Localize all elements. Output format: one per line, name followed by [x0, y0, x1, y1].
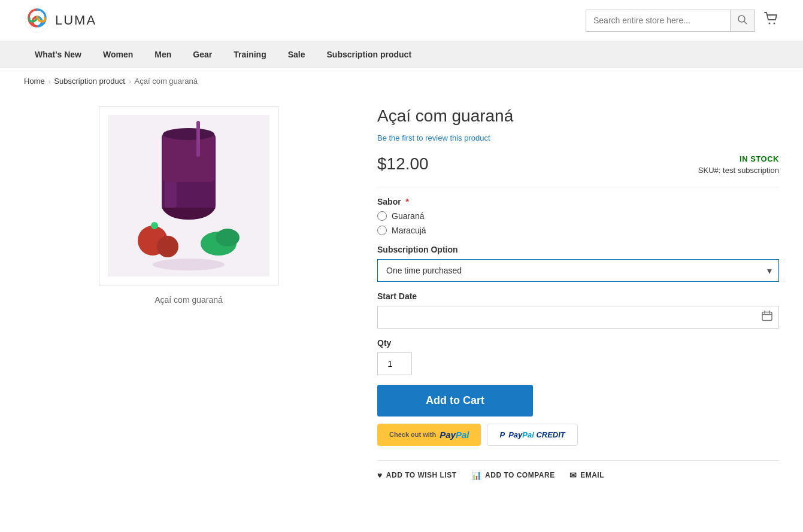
- svg-line-2: [744, 21, 747, 24]
- product-image-section: Açaí com guaraná: [24, 106, 353, 480]
- svg-point-12: [151, 222, 158, 229]
- breadcrumb-category[interactable]: Subscription product: [54, 77, 125, 86]
- breadcrumb-sep-2: ›: [129, 78, 131, 85]
- svg-point-3: [769, 23, 771, 25]
- nav-item-subscription[interactable]: Subscription product: [316, 41, 423, 68]
- sku-label: SKU#:: [698, 166, 721, 175]
- sku-value: test subscription: [723, 166, 779, 175]
- main-nav: What's New Women Men Gear Training Sale …: [0, 41, 803, 68]
- paypal-credit-pp-icon: P: [499, 430, 505, 439]
- product-image: [108, 115, 269, 276]
- email-label: EMAIL: [580, 471, 604, 479]
- paypal-credit-logo: PayPal CREDIT: [508, 430, 565, 439]
- nav-item-training[interactable]: Training: [223, 41, 277, 68]
- sabor-option-maracuja[interactable]: Maracujá: [377, 226, 779, 235]
- stock-status: IN STOCK: [698, 154, 779, 163]
- stock-info: IN STOCK SKU#: test subscription: [698, 154, 779, 175]
- compare-icon: 📊: [471, 470, 482, 480]
- svg-rect-17: [762, 312, 772, 320]
- svg-point-13: [157, 236, 178, 257]
- price-divider: [377, 187, 779, 187]
- svg-point-9: [163, 128, 214, 140]
- svg-point-15: [216, 229, 240, 247]
- subscription-label: Subscription Option: [377, 245, 779, 254]
- paypal-logo: PayPal: [440, 430, 469, 440]
- sabor-label: Sabor *: [377, 197, 779, 206]
- price-row: $12.00 IN STOCK SKU#: test subscription: [377, 154, 779, 175]
- sabor-label-text: Sabor: [377, 197, 401, 206]
- product-info: Açaí com guaraná Be the first to review …: [377, 106, 779, 480]
- search-bar: [586, 10, 755, 32]
- nav-item-women[interactable]: Women: [92, 41, 144, 68]
- qty-label: Qty: [377, 338, 779, 348]
- search-button[interactable]: [730, 10, 754, 31]
- nav-item-sale[interactable]: Sale: [277, 41, 316, 68]
- payment-buttons: Check out with PayPal P PayPal CREDIT: [377, 424, 779, 446]
- svg-rect-8: [163, 134, 214, 182]
- breadcrumb: Home › Subscription product › Açaí com g…: [0, 68, 803, 94]
- nav-item-whats-new[interactable]: What's New: [24, 41, 92, 68]
- logo-text: LUMA: [55, 13, 96, 28]
- start-date-label: Start Date: [377, 291, 779, 301]
- product-page: Açaí com guaraná Açaí com guaraná Be the…: [0, 94, 803, 504]
- product-image-wrapper: [99, 106, 278, 285]
- paypal-checkout-button[interactable]: Check out with PayPal: [377, 424, 481, 446]
- paypal-credit-button[interactable]: P PayPal CREDIT: [487, 424, 577, 446]
- product-caption: Açaí com guaraná: [24, 295, 353, 305]
- breadcrumb-sep-1: ›: [49, 78, 51, 85]
- wish-list-label: ADD TO WISH LIST: [386, 471, 457, 479]
- email-icon: ✉: [569, 470, 577, 480]
- sku-info: SKU#: test subscription: [698, 166, 779, 175]
- email-link[interactable]: ✉ EMAIL: [569, 470, 604, 480]
- add-to-compare-link[interactable]: 📊 ADD TO COMPARE: [471, 470, 555, 480]
- calendar-svg-icon: [761, 309, 773, 321]
- start-date-input[interactable]: [377, 306, 779, 329]
- product-title: Açaí com guaraná: [377, 106, 779, 126]
- qty-wrapper: [377, 352, 779, 375]
- sabor-radio-group: Guaraná Maracujá: [377, 211, 779, 235]
- subscription-select[interactable]: One time purchased Weekly Monthly: [377, 259, 779, 282]
- header: LUMA: [0, 0, 803, 41]
- calendar-icon[interactable]: [761, 309, 773, 324]
- checkout-with-text: Check out with: [389, 431, 436, 438]
- search-input[interactable]: [586, 11, 730, 30]
- subscription-field-group: Subscription Option One time purchased W…: [377, 245, 779, 282]
- header-right: [586, 10, 779, 32]
- compare-label: ADD TO COMPARE: [485, 471, 555, 479]
- review-link[interactable]: Be the first to review this product: [377, 133, 779, 142]
- sabor-required: *: [406, 197, 409, 206]
- sabor-maracuja-label: Maracujá: [392, 226, 426, 235]
- logo[interactable]: LUMA: [24, 7, 96, 34]
- add-to-cart-button[interactable]: Add to Cart: [377, 385, 533, 417]
- svg-point-4: [774, 23, 775, 25]
- search-icon: [738, 15, 747, 25]
- subscription-select-wrapper: One time purchased Weekly Monthly ▾: [377, 259, 779, 282]
- product-price: $12.00: [377, 154, 429, 174]
- start-date-wrapper: [377, 306, 779, 329]
- cart-icon: [762, 10, 779, 27]
- breadcrumb-home[interactable]: Home: [24, 77, 45, 86]
- sabor-option-guarana[interactable]: Guaraná: [377, 211, 779, 221]
- qty-input[interactable]: [377, 352, 412, 375]
- add-to-wish-list-link[interactable]: ♥ ADD TO WISH LIST: [377, 470, 457, 480]
- nav-item-gear[interactable]: Gear: [182, 41, 223, 68]
- sabor-field-group: Sabor * Guaraná Maracujá: [377, 197, 779, 235]
- action-links: ♥ ADD TO WISH LIST 📊 ADD TO COMPARE ✉ EM…: [377, 460, 779, 480]
- sabor-radio-guarana[interactable]: [377, 211, 387, 221]
- qty-field-group: Qty: [377, 338, 779, 375]
- sabor-radio-maracuja[interactable]: [377, 226, 387, 235]
- nav-item-men[interactable]: Men: [144, 41, 182, 68]
- luma-logo-icon: [24, 7, 50, 34]
- sabor-guarana-label: Guaraná: [392, 211, 424, 221]
- start-date-field-group: Start Date: [377, 291, 779, 329]
- svg-point-16: [153, 259, 225, 270]
- heart-icon: ♥: [377, 470, 383, 480]
- svg-rect-10: [196, 121, 200, 157]
- cart-button[interactable]: [762, 10, 779, 31]
- breadcrumb-current: Açaí com guaraná: [135, 77, 198, 86]
